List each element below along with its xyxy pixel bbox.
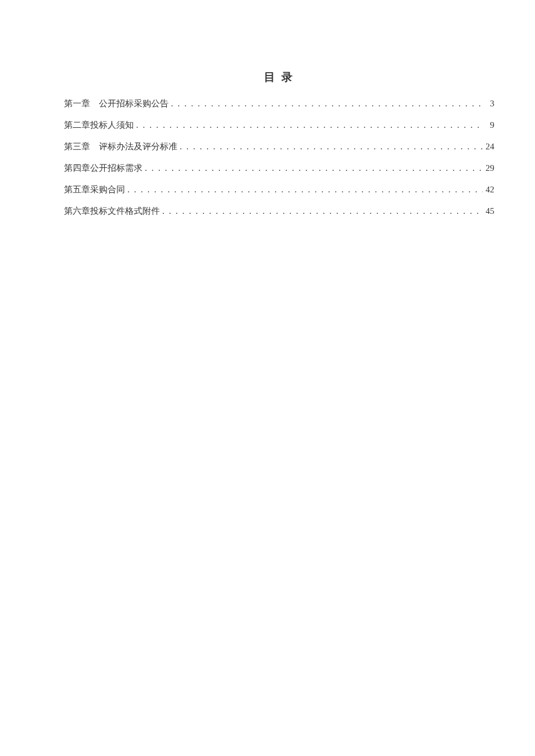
toc-list: 第一章 公开招标采购公告 3 第二章投标人须知 9 第三章 评标办法及评分标准 … (64, 98, 494, 217)
toc-entry-page: 29 (483, 162, 494, 174)
toc-entry: 第六章投标文件格式附件 45 (64, 205, 494, 217)
toc-dots (177, 141, 483, 153)
toc-entry-label: 第二章投标人须知 (64, 119, 134, 131)
toc-dots (142, 162, 483, 174)
toc-entry: 第四章公开招标需求 29 (64, 162, 494, 174)
toc-dots (134, 119, 483, 131)
toc-dots (160, 205, 483, 217)
toc-entry: 第二章投标人须知 9 (64, 119, 494, 131)
toc-entry-label: 第三章 评标办法及评分标准 (64, 141, 177, 153)
toc-entry-label: 第五章采购合同 (64, 184, 125, 196)
toc-entry-page: 9 (483, 119, 494, 131)
toc-title: 目 录 (64, 70, 494, 85)
toc-entry-page: 24 (483, 141, 494, 153)
document-page: 目 录 第一章 公开招标采购公告 3 第二章投标人须知 9 第三章 评标办法及评… (0, 0, 535, 217)
toc-entry-label: 第六章投标文件格式附件 (64, 205, 160, 217)
toc-dots (169, 98, 483, 110)
toc-entry-label: 第一章 公开招标采购公告 (64, 98, 169, 110)
toc-entry-page: 3 (483, 98, 494, 110)
toc-entry: 第三章 评标办法及评分标准 24 (64, 141, 494, 153)
toc-dots (125, 184, 483, 196)
toc-entry-page: 45 (483, 205, 494, 217)
toc-entry: 第五章采购合同 42 (64, 184, 494, 196)
toc-entry-label: 第四章公开招标需求 (64, 162, 142, 174)
toc-entry-page: 42 (483, 184, 494, 196)
toc-entry: 第一章 公开招标采购公告 3 (64, 98, 494, 110)
